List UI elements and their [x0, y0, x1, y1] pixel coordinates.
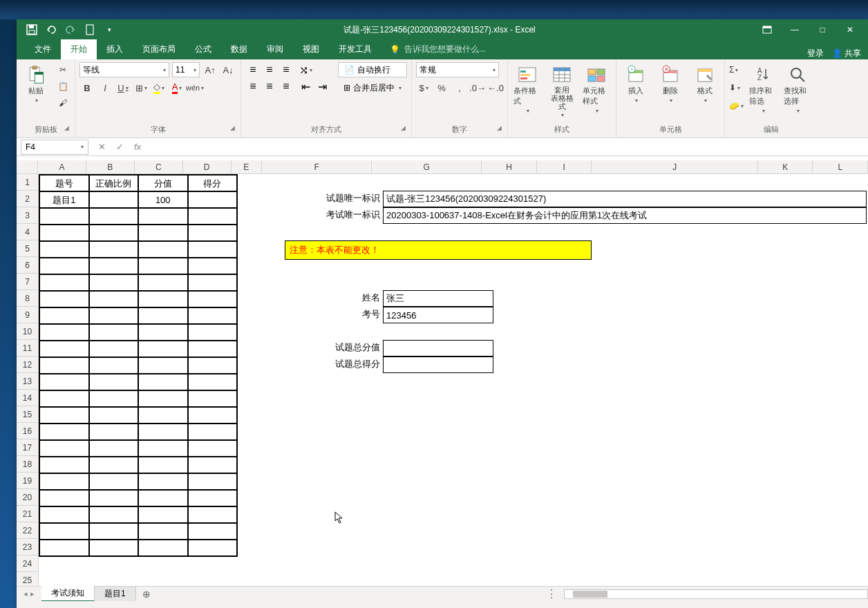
table-cell[interactable] [138, 291, 188, 307]
row-header[interactable]: 17 [17, 439, 38, 456]
table-cell[interactable] [89, 390, 139, 407]
table-cell[interactable] [89, 258, 139, 274]
row-header[interactable]: 9 [17, 307, 38, 323]
table-cell[interactable]: 分值 [138, 175, 188, 191]
table-cell[interactable] [39, 225, 89, 241]
align-center-icon[interactable]: ≡ [262, 79, 277, 94]
total-got-value[interactable] [383, 357, 493, 373]
name-value[interactable]: 张三 [383, 290, 493, 307]
table-cell[interactable] [188, 374, 238, 390]
table-cell[interactable] [39, 307, 89, 324]
table-cell[interactable] [39, 523, 89, 540]
align-top-icon[interactable]: ≡ [245, 62, 261, 77]
tell-me[interactable]: 💡 告诉我您想要做什么... [381, 39, 494, 59]
table-cell[interactable] [188, 473, 238, 490]
table-cell[interactable] [188, 457, 238, 473]
table-cell[interactable] [188, 274, 238, 291]
table-cell[interactable] [138, 324, 188, 341]
align-middle-icon[interactable]: ≡ [262, 62, 277, 77]
align-bottom-icon[interactable]: ≡ [279, 62, 294, 77]
total-score-value[interactable] [383, 340, 493, 357]
close-button[interactable]: ✕ [838, 23, 862, 37]
name-box[interactable]: F4▾ [21, 140, 88, 155]
table-cell[interactable] [188, 440, 238, 457]
table-cell[interactable] [188, 225, 238, 241]
col-header[interactable]: C [135, 160, 183, 173]
login-button[interactable]: 登录 [807, 48, 824, 59]
row-header[interactable]: 19 [17, 473, 38, 489]
sheet-nav[interactable]: ◂▸ [17, 589, 41, 598]
format-cells-button[interactable]: 格式▾ [690, 62, 720, 106]
row-header[interactable]: 22 [17, 522, 38, 539]
table-cell[interactable] [138, 258, 188, 274]
currency-icon[interactable]: $▾ [416, 80, 431, 95]
table-cell[interactable] [39, 258, 89, 274]
row-header[interactable]: 4 [17, 224, 38, 240]
table-cell[interactable] [188, 307, 238, 324]
table-cell[interactable] [138, 424, 188, 440]
table-cell[interactable] [39, 457, 89, 473]
table-cell[interactable] [89, 225, 139, 241]
table-cell[interactable] [138, 457, 188, 473]
row-header[interactable]: 13 [17, 373, 38, 390]
row-header[interactable]: 25 [17, 572, 38, 586]
percent-icon[interactable]: % [434, 80, 449, 95]
table-cell[interactable] [188, 208, 238, 225]
tab-insert[interactable]: 插入 [97, 39, 133, 59]
row-header[interactable]: 2 [17, 191, 38, 207]
table-cell[interactable] [89, 523, 139, 540]
table-cell[interactable] [89, 473, 139, 490]
table-cell[interactable] [188, 357, 238, 374]
table-cell[interactable] [138, 490, 188, 506]
align-right-icon[interactable]: ≡ [279, 79, 294, 94]
align-left-icon[interactable]: ≡ [245, 79, 261, 94]
font-color-button[interactable]: A▾ [169, 80, 185, 95]
table-cell[interactable] [188, 490, 238, 506]
dialog-launcher-icon[interactable]: ◢ [64, 124, 69, 131]
new-file-icon[interactable] [84, 24, 95, 35]
table-cell[interactable] [39, 374, 89, 390]
orientation-icon[interactable]: ⤭▾ [298, 62, 313, 77]
table-cell[interactable] [138, 341, 188, 357]
table-cell[interactable] [138, 440, 188, 457]
cell-styles-button[interactable]: 单元格样式▾ [581, 62, 612, 117]
tab-view[interactable]: 视图 [293, 39, 329, 59]
paste-button[interactable]: 粘贴 ▾ [21, 62, 51, 106]
row-header[interactable]: 3 [17, 207, 38, 224]
table-cell[interactable] [39, 241, 89, 258]
tab-review[interactable]: 审阅 [257, 39, 293, 59]
table-cell[interactable] [89, 457, 139, 473]
table-cell[interactable] [138, 473, 188, 490]
dialog-launcher-icon[interactable]: ◢ [401, 124, 406, 131]
save-icon[interactable] [26, 24, 37, 35]
decrease-font-icon[interactable]: A↓ [220, 62, 236, 77]
tab-file[interactable]: 文件 [25, 39, 61, 59]
tab-page-layout[interactable]: 页面布局 [133, 39, 185, 59]
sheet-tab-active[interactable]: 考试须知 [41, 586, 95, 602]
tab-formulas[interactable]: 公式 [185, 39, 221, 59]
wrap-text-button[interactable]: 📄 自动换行 [338, 62, 407, 77]
increase-decimal-icon[interactable]: .0→ [470, 80, 485, 95]
sort-filter-button[interactable]: AZ 排序和筛选▾ [748, 62, 778, 117]
formula-input[interactable] [147, 140, 868, 155]
table-cell[interactable] [89, 506, 139, 523]
table-cell[interactable] [138, 523, 188, 540]
border-button[interactable]: ⊞▾ [133, 80, 149, 95]
merge-center-button[interactable]: ⊞ 合并后居中 ▾ [338, 80, 407, 95]
table-cell[interactable] [89, 540, 139, 556]
row-header[interactable]: 20 [17, 489, 38, 506]
table-cell[interactable] [89, 357, 139, 374]
format-painter-icon[interactable]: 🖌 [55, 95, 70, 111]
table-cell[interactable] [138, 307, 188, 324]
copy-icon[interactable]: 📋 [55, 79, 70, 94]
table-cell[interactable] [138, 390, 188, 407]
col-header[interactable]: K [758, 160, 813, 173]
table-cell[interactable] [188, 523, 238, 540]
tab-data[interactable]: 数据 [221, 39, 257, 59]
maximize-button[interactable]: □ [810, 23, 835, 37]
row-header[interactable]: 7 [17, 274, 38, 290]
table-cell[interactable] [39, 357, 89, 374]
col-header[interactable]: B [86, 160, 135, 173]
row-header[interactable]: 6 [17, 257, 38, 274]
table-cell[interactable] [39, 341, 89, 357]
